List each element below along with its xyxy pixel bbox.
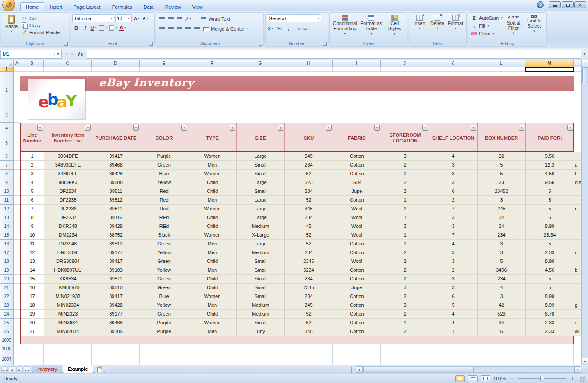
cell[interactable]: 2: [381, 292, 429, 301]
cell[interactable]: 2: [381, 310, 429, 319]
cell[interactable]: 10: [21, 231, 44, 240]
cell[interactable]: 2: [381, 205, 429, 213]
cell[interactable]: Yellow: [140, 266, 188, 275]
column-header-k[interactable]: K: [429, 60, 477, 67]
cell[interactable]: 234: [478, 231, 526, 240]
cell[interactable]: 52: [285, 319, 333, 327]
horizontal-scroll-thumb[interactable]: [363, 367, 474, 372]
cell[interactable]: Cotton: [333, 301, 381, 310]
cell[interactable]: 39508: [92, 178, 140, 187]
row-header-9[interactable]: 9: [0, 178, 14, 187]
cell[interactable]: 523: [285, 178, 333, 187]
cell[interactable]: 1: [381, 240, 429, 248]
row-header-15[interactable]: 15: [0, 231, 14, 240]
last-sheet-button[interactable]: ►►: [24, 366, 30, 373]
cell[interactable]: 23.34: [526, 231, 574, 240]
zoom-slider[interactable]: [518, 378, 566, 379]
cell[interactable]: 234: [478, 275, 526, 284]
cell[interactable]: Green: [140, 161, 188, 170]
cell[interactable]: 39512: [92, 240, 140, 248]
cell[interactable]: 3: [381, 187, 429, 196]
cell-note-overflow[interactable]: r: [574, 205, 581, 213]
column-header-f[interactable]: F: [188, 60, 236, 67]
filter-dropdown-icon[interactable]: ▼: [471, 125, 476, 131]
cell[interactable]: HDK0897UU: [44, 266, 92, 275]
table-header-purchase-date[interactable]: ▼PURCHASE DATE: [92, 123, 140, 151]
cell[interactable]: Green: [140, 275, 188, 284]
cell[interactable]: 42: [478, 301, 526, 310]
cell[interactable]: MIN021938: [44, 292, 92, 301]
insert-function-icon[interactable]: fx: [78, 51, 83, 57]
cell[interactable]: Small: [237, 161, 285, 170]
align-right-button[interactable]: [175, 25, 183, 33]
clear-button[interactable]: Clear▼: [470, 30, 503, 37]
column-header-a[interactable]: A: [14, 60, 20, 67]
cell[interactable]: 2: [381, 170, 429, 178]
cell[interactable]: 39511: [92, 275, 140, 284]
column-header-h[interactable]: H: [284, 60, 333, 67]
cell[interactable]: Green: [140, 240, 188, 248]
cell-note-overflow[interactable]: c: [574, 248, 581, 257]
row-header-24[interactable]: 24: [0, 310, 14, 319]
cell[interactable]: 1: [21, 152, 44, 161]
ribbon-tab-review[interactable]: Review: [159, 3, 187, 11]
cell[interactable]: 39177: [92, 248, 140, 257]
cell[interactable]: DR3948: [44, 240, 92, 248]
cell[interactable]: Child: [188, 222, 237, 231]
cell[interactable]: 5: [526, 284, 574, 292]
cell[interactable]: Small: [237, 187, 285, 196]
table-header-shelf-location[interactable]: ▼SHELF LOCATION: [429, 123, 478, 151]
cell[interactable]: 234: [285, 292, 333, 301]
cell[interactable]: Cotton: [333, 196, 381, 205]
ribbon-tab-home[interactable]: Home: [20, 2, 44, 12]
cell[interactable]: 3489DFE: [44, 170, 92, 178]
cell[interactable]: Men: [188, 248, 237, 257]
cell[interactable]: Wool: [333, 257, 381, 266]
cell[interactable]: 4: [429, 240, 478, 248]
cell[interactable]: Women: [188, 205, 237, 213]
italic-button[interactable]: I: [81, 24, 89, 32]
cell[interactable]: Women: [188, 231, 237, 240]
comma-format-button[interactable]: ,: [284, 25, 292, 32]
filter-dropdown-icon[interactable]: ▼: [133, 125, 139, 131]
align-left-button[interactable]: [158, 25, 166, 33]
cell[interactable]: Red: [140, 187, 188, 196]
cell[interactable]: 39428: [92, 170, 140, 178]
row-header-7[interactable]: 7: [0, 161, 14, 170]
cell[interactable]: 8.99: [526, 222, 574, 231]
filter-dropdown-icon[interactable]: ▼: [278, 125, 283, 131]
help-button[interactable]: ?: [537, 1, 544, 8]
cell[interactable]: 52: [285, 231, 333, 240]
cell[interactable]: 3: [429, 213, 478, 222]
cell[interactable]: 18: [21, 301, 44, 310]
filter-dropdown-icon[interactable]: ▼: [374, 125, 380, 131]
cell[interactable]: DKR348: [44, 222, 92, 231]
cell[interactable]: Purple: [140, 319, 188, 327]
cell[interactable]: 5: [478, 170, 526, 178]
currency-format-button[interactable]: $▼: [267, 25, 275, 32]
cell[interactable]: Small: [237, 257, 285, 266]
cell[interactable]: 4: [429, 310, 478, 319]
cell[interactable]: 39512: [92, 196, 140, 205]
cell[interactable]: Small: [237, 170, 285, 178]
delete-cells-button[interactable]: × Delete ▼: [429, 14, 446, 39]
zoom-level[interactable]: 100%: [493, 376, 506, 381]
cell[interactable]: 52: [285, 310, 333, 319]
row-header-13[interactable]: 13: [0, 213, 14, 222]
column-header-i[interactable]: I: [333, 60, 381, 67]
cell-note-overflow[interactable]: [574, 284, 581, 292]
scroll-up-icon[interactable]: ▲: [582, 60, 588, 67]
cell[interactable]: Purple: [140, 152, 188, 161]
cell[interactable]: DF2237: [44, 213, 92, 222]
row-header-20[interactable]: 20: [0, 275, 14, 284]
table-header-line-number[interactable]: ▼Line Number: [21, 123, 44, 151]
row-header-14[interactable]: 14: [0, 222, 14, 231]
cell[interactable]: 1: [381, 196, 429, 205]
cell[interactable]: Cotton: [333, 170, 381, 178]
cell[interactable]: 6: [21, 196, 44, 205]
autosum-button[interactable]: ΣAutoSum▼: [470, 14, 503, 21]
zoom-out-button[interactable]: −: [509, 376, 515, 381]
cell[interactable]: 39468: [92, 319, 140, 327]
row-header-2[interactable]: 2: [0, 72, 14, 108]
cell[interactable]: 52: [285, 170, 333, 178]
